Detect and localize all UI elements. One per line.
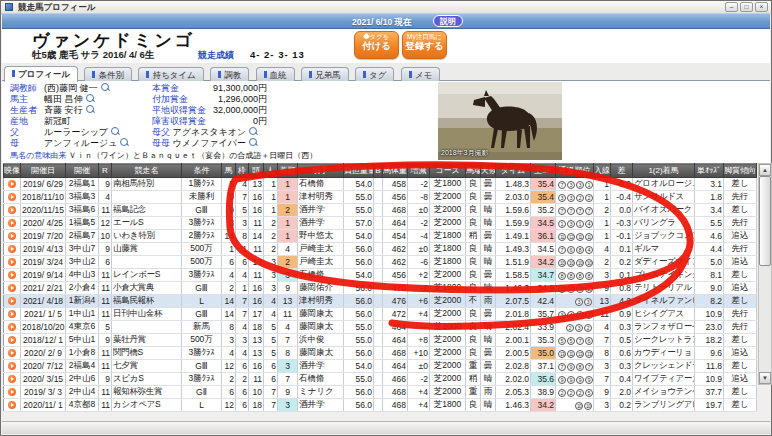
tab-profile[interactable]: プロフィール [4, 66, 78, 82]
search-icon[interactable] [111, 127, 119, 135]
scrollbar-thumb[interactable] [759, 176, 771, 266]
cell-style: 差し [724, 295, 757, 308]
cell-nin: 2 [264, 230, 278, 243]
video-play-icon[interactable] [8, 336, 16, 344]
table-row[interactable]: 2020/11/153福島611福島記念GⅢ951612酒井学55.0468±0… [4, 204, 757, 217]
video-play-icon[interactable] [8, 323, 16, 331]
maximize-button[interactable]: □ [740, 2, 753, 12]
cell-r: 11 [99, 269, 112, 282]
table-row[interactable]: 2021/ 1/ 51中山111日刊中山金杯GⅢ14717411藤岡康太56.0… [4, 308, 757, 321]
tab-pedigree[interactable]: 血統 [256, 67, 295, 82]
cell-kai: 2小倉4 [66, 282, 99, 295]
search-icon[interactable] [120, 138, 128, 146]
search-icon[interactable] [86, 105, 94, 113]
cell-diff: -6 [408, 256, 430, 269]
video-play-icon[interactable] [8, 297, 16, 305]
table-row[interactable]: 2020/ 7/122福島411七夕賞GⅢ1261663酒井学54.0464±0… [4, 360, 757, 373]
table-row[interactable]: 2020/ 2/ 91小倉811関門橋S3勝ｸﾗｽ441358藤岡康太56.04… [4, 347, 757, 360]
race-results-table: 映像開催日開催R競走名条件馬枠頭人着順騎手負担重量B馬体重増減コース馬場天候タイ… [3, 163, 757, 412]
corner-position: 10 [585, 259, 593, 267]
cell-tou: 16 [249, 191, 264, 204]
search-icon[interactable] [249, 127, 257, 135]
cell-r: 9 [99, 373, 112, 386]
video-play-icon[interactable] [8, 388, 16, 396]
help-button[interactable]: 説明 [433, 15, 463, 27]
close-button[interactable]: × [755, 2, 768, 12]
cell-course: 芝1800 [430, 243, 466, 256]
tab-tags[interactable]: タグ [355, 67, 394, 82]
cell-chaku: 3 [278, 360, 298, 373]
table-row[interactable]: 2021/ 4/181新潟411福島民報杯L14716413津村明秀56.047… [4, 295, 757, 308]
search-icon[interactable] [86, 94, 94, 102]
cell-body: 472 [383, 308, 408, 321]
video-play-icon[interactable] [8, 271, 16, 279]
video-play-icon[interactable] [8, 219, 16, 227]
table-row[interactable]: 2021/ 2/212小倉411小倉大賞典GⅢ211639藤岡佑介56.0470… [4, 282, 757, 295]
video-play-icon[interactable] [8, 401, 16, 409]
tab-marker-icon [146, 71, 149, 78]
video-play-icon[interactable] [8, 193, 16, 201]
cell-winner: ジョブックコメン [633, 230, 695, 243]
video-play-icon[interactable] [8, 375, 16, 383]
search-icon[interactable] [249, 138, 257, 146]
table-row[interactable]: 2019/ 9/144中山311レインボーS3勝ｸﾗｽ441133石橋脩54.0… [4, 269, 757, 282]
cell-sa: -0.4 [611, 191, 633, 204]
table-row[interactable]: 2019/ 3/ 32中山411報知杯弥生賞GⅡ661079ミナリク56.046… [4, 386, 757, 399]
table-row[interactable]: 2020/ 4/251福島512エールS3勝ｸﾗｽ331121酒井学57.046… [4, 217, 757, 230]
video-play-icon[interactable] [8, 362, 16, 370]
table-row[interactable]: 2019/ 7/202福島710いわき特別2勝ｸﾗｽ1481421野中悠太54.… [4, 230, 757, 243]
register-watchlist-button[interactable]: My注目馬に 登録する [402, 31, 447, 59]
table-row[interactable]: 2019/ 6/292福島19南相馬特別1勝ｸﾗｽ541311石橋脩54.045… [4, 178, 757, 191]
video-play-icon[interactable] [8, 258, 16, 266]
minimize-button[interactable]: – [725, 2, 738, 12]
cell-diff: ±0 [408, 360, 430, 373]
video-play-icon[interactable] [8, 232, 16, 240]
scroll-up-button[interactable]: ▲ [759, 164, 771, 176]
cell-cond: 3勝ｸﾗｽ [182, 373, 222, 386]
table-row[interactable]: 2018/12/ 15中山19葉牡丹賞500万331357浜中俊55.0464+… [4, 334, 757, 347]
cell-sa: 0.2 [611, 256, 633, 269]
table-row[interactable]: 2020/11/ 14京都811カシオペアSL1261873酒井学56.0468… [4, 399, 757, 412]
table-row[interactable]: 2020/ 3/152中山69スピカS3勝ｸﾗｽ221167石橋脩55.0466… [4, 373, 757, 386]
vertical-scrollbar[interactable]: ▲ ▼ [758, 163, 772, 385]
corner-position: 2 [566, 324, 574, 332]
tab-memo[interactable]: メモ [401, 67, 440, 82]
cell-cond: GⅢ [182, 204, 222, 217]
cell-jockey: 酒井学 [298, 360, 344, 373]
cell-diff: -4 [408, 230, 430, 243]
cell-baba: 良 [466, 243, 481, 256]
cell-r: 9 [99, 334, 112, 347]
video-play-icon[interactable] [8, 206, 16, 214]
cell-nin: 5 [264, 321, 278, 334]
tab-best-times[interactable]: 持ちタイム [138, 67, 203, 82]
cell-time: 2.07.5 [496, 295, 531, 308]
video-play-icon[interactable] [8, 310, 16, 318]
race-results: 映像開催日開催R競走名条件馬枠頭人着順騎手負担重量B馬体重増減コース馬場天候タイ… [3, 163, 756, 412]
cell-waku: 3 [236, 334, 249, 347]
search-icon[interactable] [101, 83, 109, 91]
cell-diff: -2 [408, 178, 430, 191]
cell-chaku: 11 [278, 308, 298, 321]
cell-race: 関門橋S [112, 347, 182, 360]
table-row[interactable]: 2019/ 4/133中山79山藤賞500万111124戸崎圭太56.0462±… [4, 243, 757, 256]
video-play-icon[interactable] [8, 245, 16, 253]
table-row[interactable]: 2018/10/204東京65新馬841854藤岡康太55.0464---芝20… [4, 321, 757, 334]
video-play-icon[interactable] [8, 284, 16, 292]
cell-uma: 9 [222, 191, 236, 204]
video-play-icon[interactable] [8, 349, 16, 357]
cell-tenko: 曇 [481, 347, 496, 360]
cell-chaku: 8 [278, 347, 298, 360]
cell-nin: 7 [264, 386, 278, 399]
cell-jockey: ミナリク [298, 386, 344, 399]
table-row[interactable]: 2019/ 3/243中山26500万661332戸崎圭太56.0462-6芝1… [4, 256, 757, 269]
cell-date: 2019/ 3/24 [21, 256, 66, 269]
video-play-icon[interactable] [8, 180, 16, 188]
scroll-down-button[interactable]: ▼ [759, 372, 771, 384]
add-tag-button[interactable]: タグを 付ける [354, 31, 399, 59]
tab-siblings[interactable]: 兄弟馬 [301, 67, 349, 82]
tab-training[interactable]: 調教 [210, 67, 249, 82]
table-row[interactable]: 2018/11/103福島34未勝利971611津村明秀55.0456-8芝20… [4, 191, 757, 204]
cell-tou: 16 [249, 295, 264, 308]
tab-conditions[interactable]: 条件別 [84, 67, 132, 82]
cell-b [374, 256, 383, 269]
